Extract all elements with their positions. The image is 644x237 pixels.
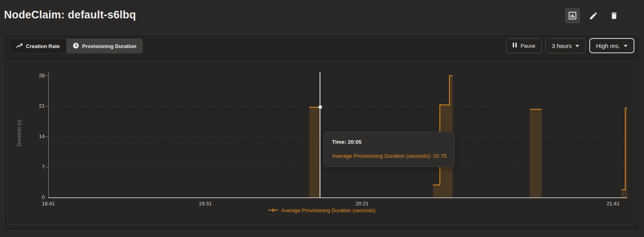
legend-marker-icon bbox=[268, 207, 278, 214]
gridline-y bbox=[48, 106, 627, 106]
x-axis-tick-label: 20:21 bbox=[356, 201, 369, 207]
tab-label: Creation Rate bbox=[26, 43, 60, 49]
time-range-label: 3 hours bbox=[552, 42, 572, 49]
chart-step-line bbox=[440, 104, 449, 105]
x-axis-tick-label: 19:31 bbox=[199, 201, 212, 207]
pencil-icon bbox=[589, 11, 598, 20]
hover-crosshair-line bbox=[320, 72, 320, 197]
y-axis-tick-mark bbox=[46, 167, 48, 167]
y-axis-tick-mark bbox=[46, 106, 48, 106]
chart-step-line bbox=[433, 185, 440, 185]
trash-icon bbox=[610, 11, 618, 20]
chevron-down-icon bbox=[624, 45, 628, 47]
chart-area-fill bbox=[530, 110, 542, 197]
chart-area-fill bbox=[309, 108, 320, 197]
chart-area-fill bbox=[622, 190, 625, 197]
chevron-down-icon bbox=[575, 45, 579, 47]
chart-view-button[interactable] bbox=[565, 8, 580, 23]
pause-icon bbox=[513, 42, 517, 49]
tooltip-value: Average Provisioning Duration (seconds):… bbox=[332, 153, 446, 159]
resolution-dropdown[interactable]: High res. bbox=[589, 38, 634, 53]
clock-icon bbox=[73, 42, 79, 50]
pause-label: Pause bbox=[521, 43, 535, 49]
chart-step-riser bbox=[625, 108, 626, 190]
nodeclaim-panel: Creation Rate Provisioning Duration Paus… bbox=[4, 34, 640, 231]
x-axis-tick-label: 18:41 bbox=[42, 201, 55, 207]
legend-label: Average Provisioning Duration (seconds) bbox=[281, 207, 375, 213]
chart-panel[interactable]: Duration (s) 0714212818:4119:3120:2121:4… bbox=[7, 61, 637, 225]
chart-step-line bbox=[530, 109, 542, 110]
y-axis-tick-label: 7 bbox=[31, 164, 45, 170]
x-axis-tick-label: 21:41 bbox=[606, 201, 620, 207]
chart-step-line bbox=[449, 75, 452, 76]
chart-step-riser bbox=[449, 75, 450, 105]
chart-legend[interactable]: Average Provisioning Duration (seconds) bbox=[7, 207, 637, 214]
edit-button[interactable] bbox=[586, 8, 601, 23]
y-axis-tick-mark bbox=[46, 137, 48, 137]
chart-area-fill bbox=[433, 185, 440, 197]
y-axis-tick-label: 21 bbox=[31, 103, 45, 109]
resolution-label: High res. bbox=[596, 42, 620, 49]
y-axis-tick-label: 14 bbox=[31, 133, 45, 139]
hover-point-marker bbox=[318, 105, 322, 109]
chart-tab-group: Creation Rate Provisioning Duration bbox=[9, 38, 143, 54]
time-range-dropdown[interactable]: 3 hours bbox=[545, 38, 586, 53]
page-title: NodeClaim: default-s6lbq bbox=[4, 9, 136, 21]
chart-toolbar: Pause 3 hours High res. bbox=[506, 38, 634, 53]
bar-chart-icon bbox=[568, 11, 577, 20]
trend-line-icon bbox=[16, 43, 23, 50]
y-axis-tick-label: 0 bbox=[31, 194, 45, 200]
header-actions bbox=[565, 8, 622, 23]
tooltip-time: Time: 20:05 bbox=[332, 139, 446, 145]
tab-provisioning-duration[interactable]: Provisioning Duration bbox=[66, 39, 143, 53]
pause-button[interactable]: Pause bbox=[506, 38, 542, 53]
delete-button[interactable] bbox=[606, 8, 622, 23]
tab-creation-rate[interactable]: Creation Rate bbox=[10, 39, 66, 53]
y-axis-tick-mark bbox=[46, 76, 48, 76]
chart-tooltip: Time: 20:05 Average Provisioning Duratio… bbox=[324, 132, 455, 167]
tab-label: Provisioning Duration bbox=[82, 43, 137, 49]
chart-plot-area[interactable]: 0714212818:4119:3120:2121:41 bbox=[7, 62, 637, 224]
y-axis-tick-label: 28 bbox=[31, 72, 45, 78]
